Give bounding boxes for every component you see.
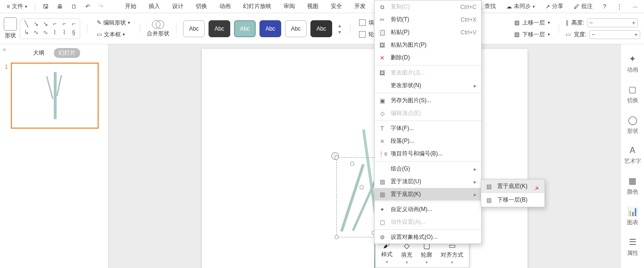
style-preset-2[interactable]: Abc	[209, 20, 230, 37]
resize-handle[interactable]	[360, 185, 364, 189]
collapse-panel-icon[interactable]: «	[3, 46, 6, 53]
ctx-sep	[375, 93, 481, 93]
ctx-editpts: ◇编辑顶点(E)	[375, 107, 481, 120]
gallery-more[interactable]: ▴▾	[336, 22, 343, 35]
tab-design[interactable]: 设计	[170, 1, 185, 12]
layer-top-icon: ▨	[378, 179, 386, 185]
width-inc[interactable]: +	[634, 31, 638, 38]
ctx-paste[interactable]: 📋粘贴(P)Ctrl+V	[375, 26, 481, 39]
ft-outline[interactable]: ▢轮廓▾	[418, 240, 435, 266]
move-down-btn[interactable]: ▨ 下移一层▾	[512, 30, 552, 40]
style-preset-1[interactable]: Abc	[183, 20, 205, 37]
sb-wordart[interactable]: A艺术字	[624, 146, 641, 165]
shape-button[interactable]: 形状	[4, 17, 17, 40]
sb-chart[interactable]: 📊图表	[627, 206, 638, 227]
more-btn[interactable]: ⋮	[615, 2, 624, 11]
separator	[350, 24, 351, 33]
ctx-font[interactable]: T字体(F)...	[375, 122, 481, 135]
tab-anim[interactable]: 动画	[217, 1, 233, 12]
ft-align-label: 对齐方式	[441, 251, 463, 259]
annotate-btn[interactable]: 🖉 批注	[572, 1, 594, 11]
print-icon[interactable]: 🖶	[54, 2, 66, 11]
ft-style[interactable]: 🖌样式▾	[378, 240, 395, 266]
separator	[176, 24, 176, 33]
tab-review[interactable]: 审阅	[282, 1, 297, 12]
print-preview-icon[interactable]: 🗋	[68, 2, 80, 11]
sb-attr[interactable]: ☰属性	[627, 237, 638, 257]
ctx-saveimg[interactable]: ▣另存为图片(S)...	[375, 94, 481, 107]
ctx-sep	[375, 65, 481, 65]
tab-switch[interactable]: 切换	[194, 1, 209, 12]
height-dec[interactable]: −	[589, 19, 593, 26]
ctx-objfmt[interactable]: ⚙设置对象格式(O)...	[375, 231, 481, 244]
collapse-ribbon[interactable]: ︿	[631, 1, 640, 11]
move-up-btn[interactable]: ▨ 上移一层▾	[512, 18, 552, 28]
tab-dev[interactable]: 开发	[352, 1, 368, 12]
merge-icon	[152, 19, 164, 29]
ctx-changeshape[interactable]: 更改形状(N)▸	[375, 79, 481, 92]
separator	[140, 24, 140, 33]
ctx-delete[interactable]: ✕删除(D)	[375, 51, 481, 64]
selected-shape-1	[340, 164, 364, 232]
width-dec[interactable]: −	[592, 31, 595, 38]
sb-anim[interactable]: ✦动画	[627, 54, 638, 74]
merge-shapes-btn[interactable]: 合并形状	[147, 19, 169, 38]
ctx-pasteimg[interactable]: 🖼粘贴为图片(P)	[375, 39, 481, 51]
ctx-saveimg-label: 另存为图片(S)...	[391, 97, 431, 105]
ctx-customanim[interactable]: ✦自定义动画(M)...	[375, 203, 481, 216]
ctx-sep	[375, 202, 481, 202]
font-icon: T	[378, 125, 386, 132]
shape-gallery[interactable]: ╲↘↘⌐⌐⌐ ↳∿∿⌇⌇§	[20, 18, 80, 39]
help-btn[interactable]: ?	[601, 2, 608, 11]
file-menu-btn[interactable]: ≡ 文件 ▾	[4, 1, 30, 11]
anim-pane-icon: ✦	[629, 54, 636, 64]
ctx-tobottom[interactable]: ▨置于底层(K)▸	[375, 188, 481, 201]
ctx-bullets[interactable]: ⋮≡项目符号和编号(B)...	[375, 147, 481, 160]
sb-color[interactable]: ▦颜色	[627, 176, 638, 196]
style-preset-5[interactable]: Abc	[285, 20, 307, 37]
ctx-paragraph[interactable]: ≡段落(P)...	[375, 135, 481, 147]
sb-shape[interactable]: ◯形状	[627, 115, 638, 135]
height-inc[interactable]: +	[632, 19, 636, 26]
tab-outline[interactable]: 大纲	[28, 48, 49, 58]
ctx-customanim-label: 自定义动画(M)...	[391, 205, 432, 213]
ctx-cut[interactable]: ✂剪切(T)Ctrl+X	[375, 13, 481, 26]
tab-slideshow[interactable]: 幻灯片放映	[241, 1, 273, 12]
style-preset-6[interactable]: Abc	[310, 20, 332, 37]
slide-thumb-1[interactable]: 1	[0, 63, 108, 129]
ft-outline-label: 轮廓	[421, 251, 432, 259]
edit-shape-btn[interactable]: ✎ 编辑形状 ▾	[94, 18, 133, 28]
sub-movedown-label: 下移一层(B)	[497, 196, 527, 204]
tab-security[interactable]: 安全	[329, 1, 344, 12]
resize-handle[interactable]	[350, 162, 354, 166]
sub-movedown[interactable]: ▨下移一层(B)	[481, 193, 544, 207]
height-input[interactable]: −+	[587, 18, 638, 27]
undo-icon[interactable]: ↶	[83, 2, 93, 11]
share-btn[interactable]: ↗ 分享	[544, 1, 565, 11]
ft-fill[interactable]: ◇填充▾	[398, 240, 415, 266]
redo-icon[interactable]: ↷	[96, 2, 106, 11]
ctx-paragraph-label: 段落(P)...	[391, 137, 414, 145]
ctx-pasteimg-label: 粘贴为图片(P)	[391, 41, 427, 49]
resize-handle[interactable]	[335, 235, 339, 239]
sb-switch[interactable]: ▢切换	[627, 84, 638, 105]
style-preset-3-selected[interactable]: Abc	[234, 20, 256, 37]
tab-insert[interactable]: 插入	[147, 1, 162, 12]
sync-btn[interactable]: ☁ 未同步▾	[504, 1, 537, 11]
tab-slides[interactable]: 幻灯片	[54, 48, 80, 58]
annotate-label: 批注	[581, 2, 593, 10]
ctx-group[interactable]: 组合(G)▸	[375, 162, 481, 175]
tab-view[interactable]: 视图	[305, 1, 320, 12]
resize-handle[interactable]	[335, 155, 339, 160]
merge-label: 合并形状	[147, 30, 169, 38]
ctx-tobottom-label: 置于底层(K)	[391, 190, 421, 198]
ctx-totop[interactable]: ▨置于顶层(U)▸	[375, 175, 481, 188]
share-label: 分享	[552, 2, 563, 10]
ft-align[interactable]: ▭对齐方式▾	[438, 240, 466, 266]
style-preset-4[interactable]: Abc	[259, 20, 281, 37]
tab-start[interactable]: 开始	[123, 1, 138, 12]
textbox-btn[interactable]: ▭ 文本框 ▾	[94, 30, 133, 40]
layer-group: ▨ 上移一层▾ ▨ 下移一层▾	[512, 18, 552, 40]
width-input[interactable]: −+	[589, 30, 640, 39]
save-icon[interactable]: 🖫	[40, 2, 51, 11]
